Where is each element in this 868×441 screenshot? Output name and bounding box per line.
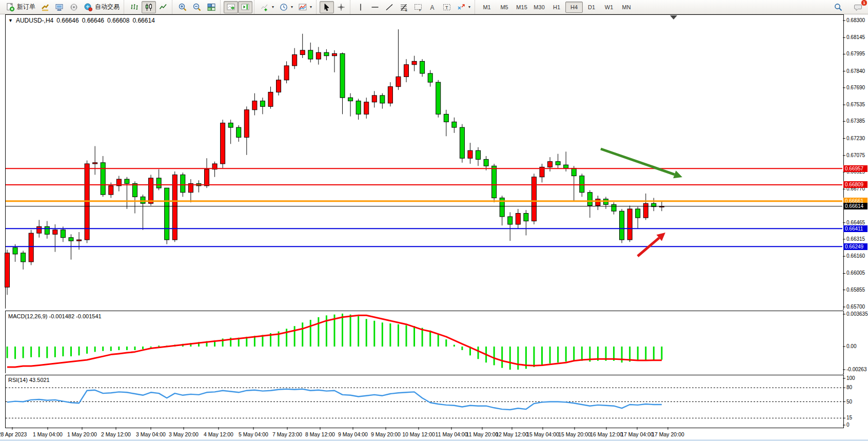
time-axis-label: 2 May 12:00: [101, 431, 131, 437]
chart-shift-button[interactable]: [238, 1, 252, 13]
ohlc-high: 0.66646: [82, 17, 104, 24]
pointer-group: [316, 0, 350, 14]
price-tick-label: 0.67690: [846, 85, 865, 90]
indicators-button[interactable]: ▾: [258, 1, 277, 13]
vertical-line-button[interactable]: [353, 1, 368, 13]
rsi-panel[interactable]: [5, 375, 844, 428]
timeframe-m1[interactable]: M1: [478, 2, 496, 13]
symbol-period-label: AUDUSD-,H4: [16, 17, 53, 24]
autotrading-button[interactable]: 自动交易: [81, 1, 122, 13]
rsi-tick-label: 15: [846, 415, 852, 420]
line-chart-button[interactable]: [156, 1, 170, 13]
cursor-icon: [322, 3, 331, 12]
macd-value-1: -0.001482: [49, 313, 74, 319]
search-icon: [834, 3, 843, 12]
rsi-header: RSI(14) 43.5021: [8, 377, 50, 383]
market-watch-button[interactable]: [38, 1, 52, 13]
price-level-box: 0.66957: [843, 165, 867, 172]
chevron-down-icon[interactable]: ▾: [310, 5, 312, 9]
timeframe-h1[interactable]: H1: [548, 2, 565, 13]
periods-button[interactable]: ▾: [277, 1, 295, 13]
chat-button[interactable]: 1: [851, 1, 865, 13]
timeframe-group: M1M5M15M30H1H4D1W1MN: [475, 0, 637, 14]
autotrading-button-label: 自动交易: [95, 3, 120, 11]
time-axis-label: 1 May 20:00: [67, 431, 97, 437]
zoom-in-icon: [178, 3, 187, 12]
fibonacci-button[interactable]: E: [397, 1, 411, 13]
price-tick-label: 0.67995: [846, 51, 865, 56]
time-axis-label: 16 May 12:00: [590, 431, 623, 437]
svg-text:T: T: [445, 5, 448, 10]
auto-scroll-icon: [226, 3, 235, 12]
chart-shift-icon: [241, 3, 250, 12]
price-level-box: 0.66249: [843, 243, 867, 250]
clock-icon: [279, 3, 288, 12]
templates-button[interactable]: ▾: [295, 1, 314, 13]
price-tick-label: 0.68145: [846, 34, 865, 40]
timeframe-d1[interactable]: D1: [583, 2, 600, 13]
search-button[interactable]: [831, 1, 845, 13]
price-tick-label: 0.67535: [846, 102, 865, 107]
chart-title: ▼ AUDUSD-,H4 0.66646 0.66646 0.66608 0.6…: [8, 17, 155, 24]
symbol-dropdown-icon[interactable]: ▼: [8, 18, 13, 23]
price-tick-label: 0.68300: [846, 17, 865, 23]
candlestick-chart-button[interactable]: [142, 1, 156, 13]
timeframe-h4[interactable]: H4: [565, 2, 583, 13]
time-axis-label: 9 May 20:00: [371, 431, 401, 437]
trendline-button[interactable]: [382, 1, 397, 13]
time-axis-label: 4 May 12:00: [204, 431, 233, 437]
tile-windows-button[interactable]: [204, 1, 219, 13]
time-axis-label: 10 May 12:00: [402, 431, 435, 437]
text-a-icon: A: [428, 3, 437, 12]
chevron-down-icon[interactable]: ▾: [468, 5, 470, 9]
mt4-application: 新订单自动交易▾▾▾EFAT▾M1M5M15M30H1H4D1W1MN 1 ▼ …: [0, 0, 868, 441]
time-axis-label: 28 Apr 2023: [0, 431, 27, 437]
signal-button[interactable]: [67, 1, 81, 13]
candles-icon: [144, 3, 153, 12]
time-axis-label: 8 May 12:00: [305, 431, 335, 437]
chevron-down-icon[interactable]: ▾: [291, 5, 293, 9]
time-axis-label: 15 May 04:00: [526, 431, 559, 437]
channel-button[interactable]: F: [411, 1, 425, 13]
notification-badge: 1: [861, 0, 867, 6]
horizontal-line-button[interactable]: [368, 1, 382, 13]
time-axis-label: 11 May 20:00: [466, 431, 499, 437]
chevron-down-icon[interactable]: ▾: [272, 5, 274, 9]
arrows-button[interactable]: ▾: [454, 1, 473, 13]
new-order-button[interactable]: 新订单: [3, 1, 38, 13]
bars-chart-button[interactable]: [127, 1, 142, 13]
autotrade-icon: [84, 3, 93, 12]
zoom-group: [172, 0, 220, 14]
crosshair-button[interactable]: [334, 1, 348, 13]
timeframe-w1[interactable]: W1: [600, 2, 618, 13]
price-chart-panel[interactable]: [5, 14, 844, 310]
label-t-icon: T: [442, 3, 451, 12]
macd-splitter[interactable]: [5, 309, 843, 310]
terminal-button[interactable]: [52, 1, 67, 13]
zoom-out-icon: [192, 3, 202, 12]
price-tick-label: 0.66005: [846, 270, 865, 276]
timeframe-mn[interactable]: MN: [618, 2, 635, 13]
timeframe-m5[interactable]: M5: [496, 2, 513, 13]
svg-text:A: A: [430, 4, 435, 11]
gold-chart-icon: [41, 3, 50, 12]
price-level-box: 0.66614: [843, 203, 867, 209]
zoom-in-button[interactable]: [175, 1, 190, 13]
time-axis-label: 7 May 23:00: [272, 431, 302, 437]
zoom-out-button[interactable]: [190, 1, 204, 13]
indicators-icon: [260, 3, 269, 12]
orders-group: 新订单自动交易: [0, 0, 124, 14]
cursor-button[interactable]: [320, 1, 334, 13]
text-label-button[interactable]: T: [440, 1, 454, 13]
tiles-icon: [207, 3, 216, 12]
macd-panel[interactable]: [5, 311, 844, 374]
rsi-tick-label: 50: [846, 399, 852, 405]
macd-header: MACD(12,26,9) -0.001482 -0.001541: [8, 313, 102, 319]
toolbar: 新订单自动交易▾▾▾EFAT▾M1M5M15M30H1H4D1W1MN: [0, 0, 868, 14]
timeframe-m30[interactable]: M30: [530, 2, 548, 13]
timeframe-m15[interactable]: M15: [513, 2, 530, 13]
macd-tick-label: 0.00: [846, 343, 856, 349]
auto-scroll-button[interactable]: [224, 1, 238, 13]
rsi-label: RSI(14): [8, 377, 28, 383]
text-button[interactable]: A: [425, 1, 440, 13]
